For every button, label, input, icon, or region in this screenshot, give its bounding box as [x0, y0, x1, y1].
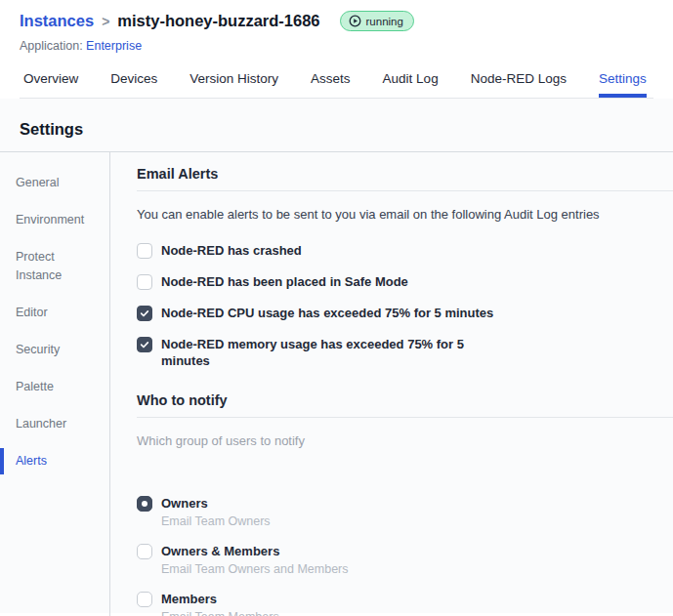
application-link[interactable]: Enterprise [86, 39, 142, 53]
radio-unselected-icon[interactable] [137, 544, 152, 559]
alert-checkbox-crashed[interactable]: Node-RED has crashed [137, 242, 673, 259]
checkbox-checked-icon[interactable] [137, 337, 152, 352]
sidebar-item-label: Security [16, 341, 60, 359]
sidebar-item-palette[interactable]: Palette [0, 374, 94, 400]
notify-radio-owners-members[interactable]: Owners & Members Email Team Owners and M… [137, 543, 673, 577]
breadcrumb-instance-name: misty-honey-buzzard-1686 [117, 12, 319, 30]
email-alerts-section: Email Alerts You can enable alerts to be… [137, 166, 673, 369]
radio-sublabel: Email Team Members [161, 610, 279, 616]
radio-selected-icon[interactable] [137, 496, 152, 512]
sidebar-item-alerts[interactable]: Alerts [0, 448, 94, 474]
sidebar-item-environment[interactable]: Environment [0, 207, 94, 233]
chevron-right-icon: > [102, 13, 109, 29]
sidebar-item-label: Protect Instance [16, 248, 94, 285]
sidebar-item-label: Launcher [16, 415, 66, 433]
who-to-notify-title: Who to notify [137, 392, 673, 408]
checkbox-unchecked-icon[interactable] [137, 274, 152, 290]
checkbox-label: Node-RED memory usage has exceeded 75% f… [161, 336, 505, 369]
tab-audit-log[interactable]: Audit Log [383, 67, 439, 98]
sidebar-item-label: Editor [16, 304, 48, 322]
notify-radio-owners[interactable]: Owners Email Team Owners [137, 495, 673, 529]
tab-devices[interactable]: Devices [110, 67, 157, 98]
who-to-notify-section: Who to notify Which group of users to no… [137, 392, 673, 616]
alert-checkbox-safe-mode[interactable]: Node-RED has been placed in Safe Mode [137, 273, 673, 290]
application-line: Application: Enterprise [20, 39, 653, 53]
alerts-settings-panel: Email Alerts You can enable alerts to be… [110, 152, 673, 616]
section-divider [137, 190, 673, 191]
tab-overview[interactable]: Overview [23, 67, 78, 98]
page-title: Settings [0, 110, 673, 139]
play-circle-icon [349, 15, 361, 27]
checkbox-label: Node-RED has crashed [161, 242, 302, 259]
settings-body: General Environment Protect Instance Edi… [0, 152, 673, 616]
email-alerts-description: You can enable alerts to be sent to you … [137, 207, 673, 222]
checkbox-label: Node-RED CPU usage has exceeded 75% for … [161, 305, 493, 321]
checkbox-checked-icon[interactable] [137, 306, 152, 321]
application-label: Application: [20, 39, 83, 53]
tab-node-red-logs[interactable]: Node-RED Logs [471, 67, 567, 98]
email-alerts-title: Email Alerts [137, 166, 673, 182]
checkbox-unchecked-icon[interactable] [137, 243, 152, 259]
sidebar-item-label: Environment [16, 211, 84, 229]
sidebar-item-general[interactable]: General [0, 170, 94, 196]
sidebar-item-label: Alerts [16, 452, 47, 471]
checkbox-label: Node-RED has been placed in Safe Mode [161, 273, 408, 290]
sidebar-item-label: General [16, 174, 59, 192]
radio-label: Members [161, 591, 279, 607]
status-badge-label: running [366, 16, 403, 27]
tab-assets[interactable]: Assets [311, 67, 351, 98]
page-header: Instances > misty-honey-buzzard-1686 run… [0, 0, 673, 99]
settings-sidebar-list: General Environment Protect Instance Edi… [0, 170, 109, 474]
status-badge: running [340, 11, 414, 31]
tab-settings[interactable]: Settings [599, 67, 647, 98]
sidebar-item-protect-instance[interactable]: Protect Instance [0, 244, 94, 289]
radio-unselected-icon[interactable] [137, 592, 152, 607]
notify-radio-members[interactable]: Members Email Team Members [137, 591, 673, 616]
settings-content: Settings General Environment Protect Ins… [0, 99, 673, 613]
tab-version-history[interactable]: Version History [189, 67, 278, 98]
radio-texts: Owners Email Team Owners [161, 495, 271, 529]
radio-texts: Members Email Team Members [161, 591, 279, 616]
alert-checkbox-memory[interactable]: Node-RED memory usage has exceeded 75% f… [137, 336, 673, 369]
breadcrumb: Instances > misty-honey-buzzard-1686 run… [20, 11, 653, 31]
radio-label: Owners & Members [161, 543, 349, 559]
instance-settings-page: Instances > misty-honey-buzzard-1686 run… [0, 0, 673, 616]
radio-dot [142, 501, 147, 507]
who-to-notify-description: Which group of users to notify [137, 433, 673, 448]
sidebar-item-launcher[interactable]: Launcher [0, 411, 94, 437]
radio-texts: Owners & Members Email Team Owners and M… [161, 543, 349, 577]
radio-sublabel: Email Team Owners and Members [161, 562, 349, 577]
settings-sidebar: General Environment Protect Instance Edi… [0, 152, 110, 616]
sidebar-item-editor[interactable]: Editor [0, 300, 94, 326]
section-divider [137, 417, 673, 418]
radio-sublabel: Email Team Owners [161, 514, 271, 529]
sidebar-item-security[interactable]: Security [0, 337, 94, 363]
alert-checkbox-cpu[interactable]: Node-RED CPU usage has exceeded 75% for … [137, 305, 673, 321]
tab-bar: Overview Devices Version History Assets … [20, 67, 653, 99]
sidebar-item-label: Palette [16, 378, 54, 396]
breadcrumb-instances-link[interactable]: Instances [20, 12, 94, 30]
radio-label: Owners [161, 495, 271, 512]
